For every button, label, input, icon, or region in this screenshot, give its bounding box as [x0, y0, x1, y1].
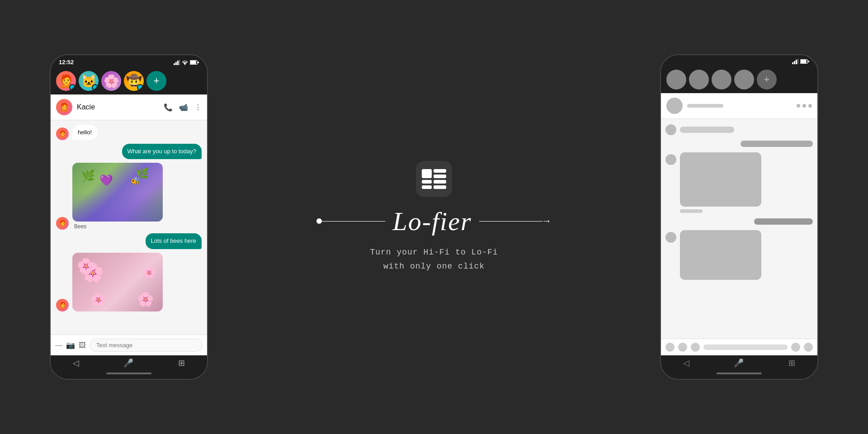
attach-minus-icon[interactable]: —: [55, 341, 62, 349]
lofi-story-avatar-3: [712, 70, 731, 90]
story-row-left: 🧑‍🦰 🐱 🌸 🤠 +: [51, 67, 207, 94]
arrow-head-right: →: [542, 215, 552, 227]
battery-icon: [190, 60, 199, 65]
chat-header-icons: 📞 📹 ⋮: [164, 103, 202, 112]
lofi-input-circle-1: [665, 343, 675, 352]
msg-image-bees: 🌿 💜 🌿: [72, 163, 163, 222]
camera-icon[interactable]: 📷: [66, 341, 75, 349]
right-phone: +: [660, 54, 818, 380]
back-button[interactable]: ◁: [73, 358, 79, 368]
lofi-input-circle-3: [691, 343, 700, 352]
lofi-input-circle-5: [804, 343, 813, 352]
grid-button[interactable]: ⊞: [178, 358, 185, 368]
lofi-header-dots: [797, 104, 812, 108]
more-icon[interactable]: ⋮: [194, 103, 202, 112]
lofi-story-avatar-1: [666, 70, 686, 90]
svg-marker-15: [792, 62, 793, 64]
tagline-line2: with only one click: [370, 259, 498, 274]
left-phone: 12:52 🧑‍🦰: [50, 54, 208, 380]
lofi-story-avatar-4: [734, 70, 754, 90]
msg-bubble-1: hello!: [72, 125, 97, 140]
lofi-story-avatar-2: [689, 70, 709, 90]
lofi-dot-1: [797, 104, 800, 108]
svg-rect-9: [422, 180, 432, 184]
message-row-2: What are you up to today?: [56, 144, 202, 159]
chat-input-bar: — 📷 🖼: [51, 335, 207, 355]
chat-header: 🧑‍🦰 Kacie 📞 📹 ⋮: [51, 94, 207, 120]
lofi-header: [661, 93, 817, 119]
svg-rect-11: [434, 169, 446, 173]
phone-nav-right: ◁ 🎤 ⊞: [661, 355, 817, 370]
app-icon-svg: [422, 169, 446, 189]
lofi-input-field: [703, 344, 788, 350]
phone-icon[interactable]: 📞: [164, 103, 173, 112]
svg-point-4: [184, 64, 186, 65]
svg-marker-18: [797, 59, 798, 64]
lofi-input-circle-4: [791, 343, 800, 352]
svg-marker-1: [175, 62, 177, 65]
lofi-back-icon: ◁: [683, 358, 689, 368]
image-icon[interactable]: 🖼: [79, 341, 86, 349]
msg-avatar-3: 🧑‍🦰: [56, 217, 69, 230]
lofi-header-lines: [687, 104, 792, 108]
wifi-icon: [182, 60, 188, 65]
svg-marker-2: [177, 61, 179, 65]
lofi-dot-2: [802, 104, 806, 108]
story-add-button[interactable]: +: [146, 71, 166, 91]
signal-icon-right: [792, 59, 798, 64]
arrow-line-right: [479, 221, 542, 222]
home-bar-right: [661, 370, 817, 379]
lofi-circle-2: [665, 154, 676, 165]
mic-button[interactable]: 🎤: [123, 358, 133, 368]
svg-rect-10: [422, 185, 432, 189]
status-bar-right: [661, 55, 817, 66]
logo-text: Lo-fier: [392, 207, 472, 236]
story-avatar-2[interactable]: 🐱: [79, 71, 99, 91]
story-avatar-3[interactable]: 🌸: [101, 71, 121, 91]
lofi-story-add: +: [757, 70, 777, 90]
lofi-bubble-sent-2: [754, 218, 813, 225]
chat-area-left: 🧑‍🦰 Kacie 📞 📹 ⋮ 🧑‍🦰 hello! What are you …: [51, 94, 207, 355]
story-indicator-2: [92, 84, 98, 90]
status-icons-right: [792, 59, 809, 64]
message-list: 🧑‍🦰 hello! What are you up to today? 🧑‍🦰…: [51, 120, 207, 335]
chat-text-input[interactable]: [90, 339, 203, 352]
lofi-grid-icon: ⊞: [788, 358, 795, 368]
lofi-input-circle-2: [678, 343, 687, 352]
story-avatar-1[interactable]: 🧑‍🦰: [56, 71, 76, 91]
svg-marker-17: [796, 60, 797, 64]
story-avatar-4[interactable]: 🤠: [124, 71, 144, 91]
logo-row: Lo-fier →: [316, 206, 552, 236]
tagline: Turn your Hi-Fi to Lo-Fi with only one c…: [370, 245, 498, 273]
lofi-msg-row-5: [665, 230, 813, 280]
signal-icon: [174, 60, 180, 65]
msg-bubble-2: What are you up to today?: [122, 144, 202, 159]
msg-image-cherry: 🌸 🌸 🌸: [72, 253, 163, 311]
lofi-dot-3: [808, 104, 812, 108]
svg-rect-12: [434, 175, 446, 178]
message-row-4: Lots of bees here: [56, 233, 202, 249]
time-left: 12:52: [59, 59, 74, 66]
lofi-msg-row-2: [665, 141, 813, 147]
home-bar-indicator-left: [106, 373, 151, 374]
story-indicator-4: [137, 84, 143, 90]
lofi-circle-3: [665, 232, 676, 243]
lofi-mic-icon: 🎤: [734, 358, 744, 368]
message-row-3: 🧑‍🦰 🌿 💜 🌿 Bees: [56, 163, 202, 230]
lofi-name-line: [687, 104, 723, 108]
lofi-input-bar: [661, 339, 817, 355]
svg-rect-14: [434, 185, 446, 189]
lofi-image-1: [680, 152, 761, 207]
svg-rect-21: [808, 61, 809, 62]
chat-contact-name: Kacie: [77, 103, 159, 111]
arrow-line-left: [322, 221, 385, 222]
chat-header-avatar[interactable]: 🧑‍🦰: [56, 99, 72, 115]
tagline-line1: Turn your Hi-Fi to Lo-Fi: [370, 245, 498, 259]
lofi-messages: [661, 119, 817, 339]
story-indicator-1: [69, 84, 75, 90]
video-icon[interactable]: 📹: [179, 103, 188, 112]
lofi-chat-area: [661, 93, 817, 355]
svg-marker-3: [179, 60, 180, 65]
msg-avatar-5: 🧑‍🦰: [56, 299, 69, 311]
svg-rect-6: [190, 61, 196, 64]
